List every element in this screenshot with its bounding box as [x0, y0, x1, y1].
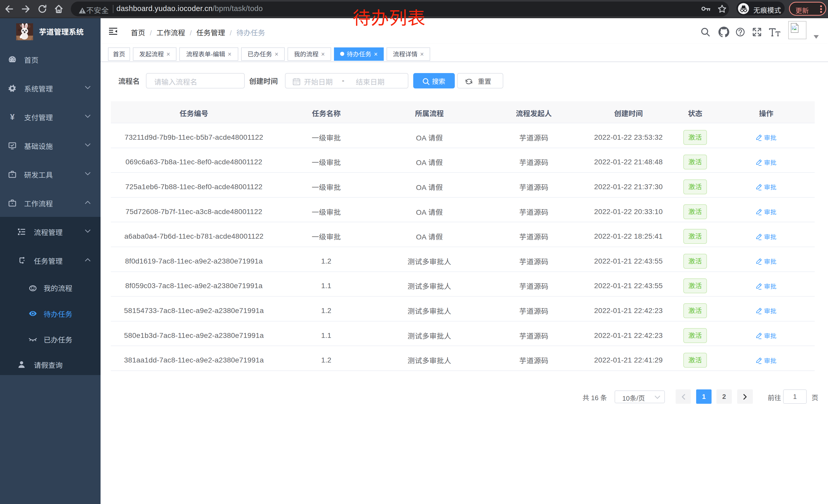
svg-text:¥: ¥: [10, 113, 15, 121]
